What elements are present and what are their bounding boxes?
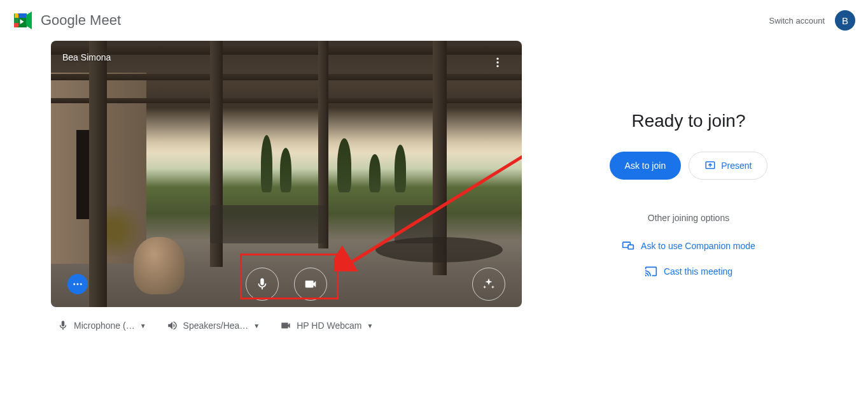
companion-icon [622, 240, 634, 252]
ready-title: Ready to join? [631, 111, 745, 131]
more-vert-icon [491, 56, 504, 69]
mic-toggle-button[interactable] [246, 268, 279, 301]
present-icon [704, 160, 716, 171]
header: Google Meet Switch account B [0, 0, 868, 41]
svg-point-4 [496, 65, 498, 67]
sparkle-icon [482, 277, 496, 291]
cast-label: Cast this meeting [664, 266, 732, 276]
preview-user-name: Bea Simona [62, 52, 111, 62]
more-horiz-icon [72, 278, 83, 290]
ask-to-join-button[interactable]: Ask to join [610, 152, 682, 180]
cast-icon [645, 265, 657, 278]
mic-label: Microphone (… [74, 320, 135, 331]
camera-selector[interactable]: HP HD Webcam ▼ [280, 320, 373, 331]
preview-controls [51, 274, 522, 294]
svg-point-3 [496, 61, 498, 63]
svg-point-2 [496, 58, 498, 60]
more-settings-button[interactable] [67, 274, 88, 294]
companion-mode-link[interactable]: Ask to use Companion mode [622, 240, 755, 252]
video-preview: Bea Simona [51, 41, 522, 307]
brand-text: Google Meet [41, 12, 121, 29]
svg-rect-12 [628, 245, 633, 249]
join-buttons: Ask to join Present [610, 152, 768, 180]
logo-area[interactable]: Google Meet [13, 11, 121, 30]
join-section: Ready to join? Ask to join Present Other… [560, 41, 817, 344]
present-label: Present [721, 161, 752, 171]
cast-meeting-link[interactable]: Cast this meeting [645, 265, 732, 278]
mic-selector[interactable]: Microphone (… ▼ [57, 320, 146, 331]
meet-logo-icon [13, 11, 36, 30]
speaker-selector[interactable]: Speakers/Hea… ▼ [167, 320, 260, 331]
preview-section: Bea Simona [51, 41, 522, 344]
mic-icon [255, 277, 269, 291]
switch-account-link[interactable]: Switch account [769, 16, 825, 25]
more-options-button[interactable] [485, 50, 510, 75]
speaker-icon [167, 320, 178, 331]
mic-icon [57, 320, 69, 331]
effects-button[interactable] [472, 268, 505, 301]
chevron-down-icon: ▼ [140, 322, 146, 329]
main-content: Bea Simona [0, 41, 868, 344]
av-controls [246, 268, 327, 301]
svg-point-6 [77, 283, 79, 285]
svg-point-7 [80, 283, 82, 285]
avatar[interactable]: B [835, 10, 855, 31]
chevron-down-icon: ▼ [253, 322, 260, 329]
svg-point-5 [73, 283, 75, 285]
speaker-label: Speakers/Hea… [183, 320, 249, 331]
brand-meet: Meet [90, 12, 121, 28]
other-options-label: Other joining options [648, 213, 729, 223]
camera-toggle-button[interactable] [294, 268, 327, 301]
companion-label: Ask to use Companion mode [641, 241, 755, 251]
videocam-icon [280, 320, 291, 331]
chevron-down-icon: ▼ [367, 322, 373, 329]
videocam-icon [304, 277, 318, 291]
device-selectors: Microphone (… ▼ Speakers/Hea… ▼ HP HD We… [51, 307, 522, 344]
camera-label: HP HD Webcam [297, 320, 361, 331]
brand-google: Google [41, 12, 86, 28]
present-button[interactable]: Present [689, 152, 767, 180]
header-right: Switch account B [769, 10, 855, 31]
